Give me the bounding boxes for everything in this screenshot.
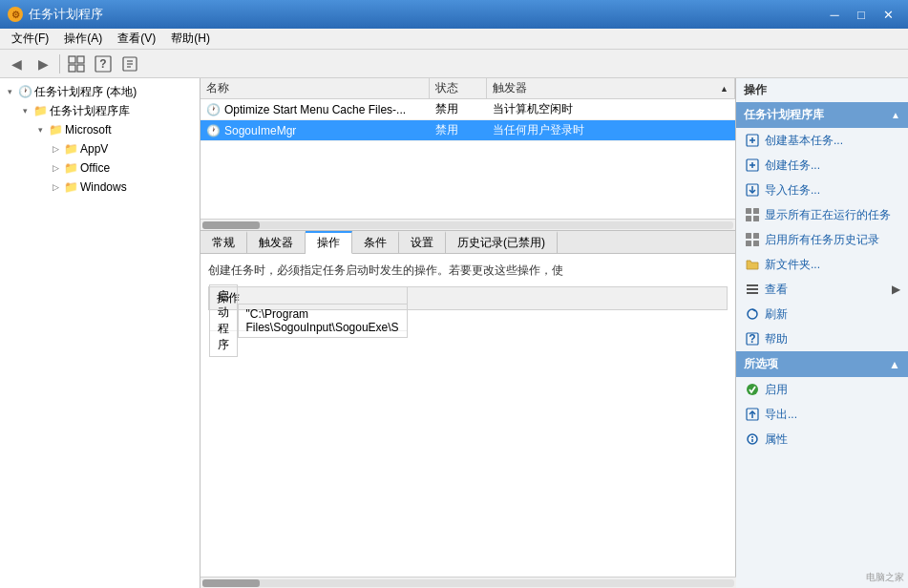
help-toolbar-button[interactable]: ? (91, 52, 116, 75)
expand-arrow-microsoft[interactable]: ▾ (34, 122, 46, 137)
svg-rect-21 (753, 216, 759, 221)
tree-item-windows[interactable]: ▷ 📁 Windows (0, 178, 200, 197)
column-header-status[interactable]: 状态 (430, 78, 487, 98)
tree-label-office: Office (80, 161, 110, 175)
export-task-label: 导出... (765, 407, 797, 423)
task-trigger-2: 当任何用户登录时 (487, 120, 735, 140)
new-folder-icon (744, 256, 761, 273)
tree-label-appv: AppV (80, 142, 108, 156)
right-action-new-folder[interactable]: 新文件夹... (736, 252, 908, 277)
right-section-selected-header[interactable]: 所选项 ▲ (736, 351, 908, 377)
right-action-enable-history[interactable]: 启用所有任务历史记录 (736, 227, 908, 252)
folder-icon-windows: 📁 (63, 179, 78, 195)
task-row-1[interactable]: 🕐 Optimize Start Menu Cache Files-... 禁用… (201, 99, 735, 120)
column-header-name[interactable]: 名称 (201, 78, 430, 98)
expand-arrow-root[interactable]: ▾ (4, 84, 15, 99)
back-button[interactable]: ◀ (4, 52, 29, 75)
import-icon (744, 181, 761, 199)
svg-point-36 (751, 436, 753, 438)
right-action-refresh[interactable]: 刷新 (736, 302, 908, 326)
minimize-button[interactable]: ─ (822, 5, 847, 24)
expand-arrow-library[interactable]: ▾ (19, 103, 31, 118)
export-task-icon (744, 406, 761, 423)
svg-text:?: ? (99, 57, 106, 71)
task-status-1: 禁用 (430, 99, 487, 119)
expand-arrow-windows[interactable]: ▷ (50, 179, 61, 195)
right-action-help[interactable]: ? 帮助 (736, 326, 908, 351)
folder-icon-microsoft: 📁 (48, 122, 63, 137)
right-section-library-label: 任务计划程序库 (744, 107, 824, 123)
task-row-2[interactable]: 🕐 SogouImeMgr 禁用 当任何用户登录时 (201, 120, 735, 141)
maximize-button[interactable]: □ (849, 5, 874, 24)
tab-settings[interactable]: 设置 (399, 231, 446, 253)
properties-icon (744, 430, 761, 448)
task-name-1: 🕐 Optimize Start Menu Cache Files-... (201, 101, 430, 118)
right-panel-title: 操作 (736, 78, 908, 102)
right-action-show-running[interactable]: 显示所有正在运行的任务 (736, 202, 908, 227)
tree-panel: ▾ 🕐 任务计划程序 (本地) ▾ 📁 任务计划程序库 ▾ 📁 Microsof… (0, 78, 201, 588)
bottom-scrollbar[interactable] (201, 577, 735, 588)
right-action-create-task[interactable]: 创建任务... (736, 153, 908, 178)
enable-history-icon (744, 231, 761, 248)
task-list: 名称 状态 触发器 ▲ 🕐 Optimize Start Menu Cache … (201, 78, 735, 231)
show-button[interactable] (64, 52, 89, 75)
help-label: 帮助 (765, 331, 788, 347)
enable-icon (744, 381, 761, 398)
svg-rect-23 (753, 233, 759, 239)
menu-file[interactable]: 文件(F) (4, 29, 56, 49)
title-bar: ⚙ 任务计划程序 ─ □ ✕ (0, 0, 908, 29)
tree-item-appv[interactable]: ▷ 📁 AppV (0, 139, 200, 158)
menu-action[interactable]: 操作(A) (56, 29, 110, 49)
horizontal-scrollbar[interactable] (201, 219, 735, 230)
show-running-icon (744, 206, 761, 223)
expand-arrow-office[interactable]: ▷ (50, 160, 61, 176)
right-action-enable[interactable]: 启用 (736, 377, 908, 402)
right-action-view[interactable]: 查看 ▶ (736, 277, 908, 302)
tree-label-microsoft: Microsoft (65, 123, 112, 136)
expand-arrow-appv[interactable]: ▷ (50, 141, 61, 157)
svg-rect-25 (753, 241, 759, 246)
tree-label-windows: Windows (80, 180, 127, 194)
tab-actions[interactable]: 操作 (306, 231, 352, 254)
right-action-import[interactable]: 导入任务... (736, 178, 908, 202)
tab-history[interactable]: 历史记录(已禁用) (446, 231, 558, 253)
right-action-properties[interactable]: 属性 (736, 427, 908, 452)
title-bar-controls: ─ □ ✕ (822, 5, 900, 24)
tree-item-library[interactable]: ▾ 📁 任务计划程序库 (0, 101, 200, 120)
new-folder-label: 新文件夹... (765, 257, 820, 273)
refresh-icon (744, 305, 761, 323)
right-panel: 操作 任务计划程序库 ▲ 创建基本任务... (736, 78, 908, 588)
right-action-create-basic[interactable]: 创建基本任务... (736, 128, 908, 153)
tab-conditions[interactable]: 条件 (352, 231, 399, 253)
tree-item-office[interactable]: ▷ 📁 Office (0, 158, 200, 178)
close-button[interactable]: ✕ (876, 5, 900, 24)
svg-rect-27 (747, 288, 758, 290)
menu-help[interactable]: 帮助(H) (163, 29, 218, 49)
tab-content-actions: 创建任务时，必须指定任务启动时发生的操作。若要更改这些操作，使 操作 启动程序 … (201, 254, 735, 588)
column-header-trigger[interactable]: 触发器 ▲ (487, 78, 735, 98)
right-section-library-header[interactable]: 任务计划程序库 ▲ (736, 102, 908, 128)
right-section-selected-label: 所选项 (744, 356, 778, 372)
menu-view[interactable]: 查看(V) (110, 29, 163, 49)
window-title: 任务计划程序 (29, 6, 103, 23)
export-toolbar-button[interactable] (117, 52, 142, 75)
tab-general[interactable]: 常规 (201, 231, 247, 253)
actions-table-row-1[interactable]: 启动程序 "C:\Program Files\SogouInput\SogouE… (209, 310, 408, 331)
refresh-label: 刷新 (765, 306, 788, 323)
help-icon: ? (744, 330, 761, 347)
tab-triggers[interactable]: 触发器 (247, 231, 306, 253)
task-list-header: 名称 状态 触发器 ▲ (201, 78, 735, 99)
tabs-bar: 常规 触发器 操作 条件 设置 历史记录(已禁用) (201, 231, 735, 254)
tree-item-root[interactable]: ▾ 🕐 任务计划程序 (本地) (0, 82, 200, 101)
view-action-left: 查看 (744, 281, 788, 298)
create-task-label: 创建任务... (765, 158, 820, 174)
action-type-1: 启动程序 (209, 284, 238, 357)
forward-button[interactable]: ▶ (31, 52, 55, 75)
tree-item-microsoft[interactable]: ▾ 📁 Microsoft (0, 120, 200, 139)
task-name-2: 🕐 SogouImeMgr (201, 122, 430, 139)
watermark: 电脑之家 (866, 571, 904, 584)
right-action-export-task[interactable]: 导出... (736, 402, 908, 427)
svg-rect-3 (77, 65, 84, 72)
task-clock-icon-1: 🕐 (206, 103, 221, 116)
sort-arrow: ▲ (720, 84, 729, 94)
